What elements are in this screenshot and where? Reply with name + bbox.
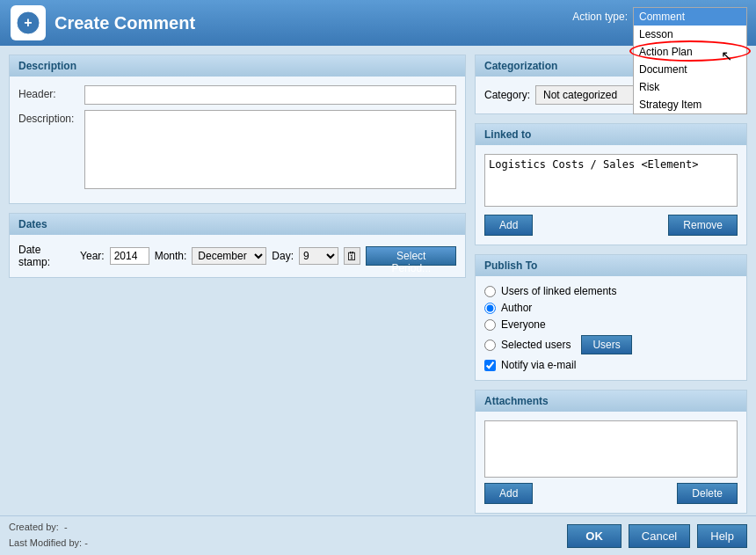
- main-content: Description Header: Description: Dates D…: [0, 46, 756, 515]
- radio-everyone-label: Everyone: [501, 318, 546, 331]
- month-label: Month:: [155, 250, 187, 262]
- dates-row: Date stamp: Year: Month: JanuaryFebruary…: [18, 244, 456, 268]
- last-modified-value: -: [84, 537, 88, 548]
- created-by-value: -: [62, 522, 68, 532]
- date-stamp-label: Date stamp:: [18, 244, 75, 268]
- radio-everyone-input[interactable]: [484, 319, 496, 331]
- svg-text:+: +: [24, 15, 32, 30]
- day-label: Day:: [272, 250, 294, 262]
- year-label: Year:: [80, 250, 105, 262]
- option-document[interactable]: Document: [634, 61, 746, 78]
- notify-checkbox[interactable]: [484, 360, 496, 371]
- attachments-body: Add Delete: [476, 412, 746, 513]
- radio-selected-users: Selected users Users: [484, 335, 738, 354]
- radio-selected-users-label: Selected users: [501, 339, 571, 351]
- select-period-button[interactable]: Select Period...: [366, 246, 456, 266]
- attachments-delete-button[interactable]: Delete: [677, 483, 738, 504]
- linked-to-section: Linked to Logistics Costs / Sales <Eleme…: [475, 123, 747, 245]
- radio-everyone: Everyone: [484, 318, 738, 331]
- month-select[interactable]: JanuaryFebruaryMarch AprilMayJune JulyAu…: [192, 247, 266, 265]
- attachments-section: Attachments Add Delete: [475, 390, 747, 514]
- created-by-label: Created by:: [9, 522, 59, 532]
- option-action-plan[interactable]: Action Plan: [634, 43, 746, 61]
- action-type-label: Action type:: [572, 11, 628, 23]
- attachments-header: Attachments: [476, 391, 746, 412]
- attachments-box: [484, 420, 738, 478]
- publish-to-body: Users of linked elements Author Everyone…: [476, 276, 746, 380]
- created-by-row: Created by: -: [9, 520, 88, 536]
- description-section: Description Header: Description:: [9, 55, 466, 204]
- radio-users-linked: Users of linked elements: [484, 285, 738, 297]
- header-field-row: Header:: [18, 85, 456, 105]
- linked-add-button[interactable]: Add: [484, 215, 533, 236]
- calendar-icon[interactable]: 🗓: [344, 247, 361, 265]
- option-risk[interactable]: Risk: [634, 78, 746, 96]
- dates-header: Dates: [10, 214, 465, 235]
- action-type-dropdown[interactable]: Comment Lesson Action Plan Document Risk…: [633, 7, 747, 114]
- action-type-area: Action type: Comment Lesson Action Plan …: [572, 7, 747, 114]
- description-label: Description:: [18, 110, 84, 125]
- attachments-add-button[interactable]: Add: [484, 483, 533, 504]
- last-modified-row: Last Modified by: -: [9, 536, 88, 551]
- publish-to-header: Publish To: [476, 255, 746, 276]
- description-body: Header: Description:: [10, 77, 465, 203]
- radio-users-linked-input[interactable]: [484, 286, 496, 297]
- app-header: + Create Comment Action type: Comment Le…: [0, 0, 756, 46]
- header-label: Header:: [18, 85, 84, 100]
- day-select[interactable]: 1234 5678 910: [299, 247, 338, 265]
- page-title: Create Comment: [55, 13, 195, 33]
- description-field-row: Description:: [18, 110, 456, 189]
- last-modified-label: Last Modified by:: [9, 537, 82, 548]
- option-lesson[interactable]: Lesson: [634, 26, 746, 43]
- left-panel: Description Header: Description: Dates D…: [9, 55, 466, 507]
- option-strategy-item[interactable]: Strategy Item: [634, 96, 746, 113]
- radio-author: Author: [484, 302, 738, 314]
- radio-users-linked-label: Users of linked elements: [501, 285, 616, 297]
- radio-selected-users-input[interactable]: [484, 340, 496, 351]
- users-button[interactable]: Users: [581, 335, 631, 354]
- footer-meta: Created by: - Last Modified by: -: [9, 520, 88, 551]
- category-label: Category:: [484, 89, 530, 101]
- footer: Created by: - Last Modified by: - OK Can…: [0, 515, 756, 555]
- linked-remove-button[interactable]: Remove: [668, 215, 738, 236]
- year-input[interactable]: [110, 247, 149, 265]
- linked-to-body: Logistics Costs / Sales <Element> Add Re…: [476, 145, 746, 245]
- dates-section: Dates Date stamp: Year: Month: JanuaryFe…: [9, 213, 466, 278]
- dates-body: Date stamp: Year: Month: JanuaryFebruary…: [10, 235, 465, 277]
- right-panel: Categorization Category: Not categorized…: [475, 55, 747, 507]
- radio-author-label: Author: [501, 302, 532, 314]
- footer-buttons: OK Cancel Help: [567, 524, 747, 548]
- linked-textarea: Logistics Costs / Sales <Element>: [484, 154, 738, 207]
- help-button[interactable]: Help: [697, 524, 747, 548]
- option-comment[interactable]: Comment: [634, 8, 746, 26]
- header-input[interactable]: [84, 85, 456, 105]
- linked-button-row: Add Remove: [484, 215, 738, 236]
- publish-to-section: Publish To Users of linked elements Auth…: [475, 254, 747, 381]
- description-header: Description: [10, 55, 465, 77]
- linked-to-header: Linked to: [476, 124, 746, 145]
- description-input[interactable]: [84, 110, 456, 189]
- notify-row: Notify via e-mail: [484, 359, 738, 371]
- app-icon: +: [11, 5, 46, 40]
- attachments-button-row: Add Delete: [484, 483, 738, 504]
- radio-author-input[interactable]: [484, 303, 496, 314]
- cancel-button[interactable]: Cancel: [629, 524, 690, 548]
- notify-label: Notify via e-mail: [501, 359, 576, 371]
- ok-button[interactable]: OK: [567, 524, 622, 548]
- action-type-dropdown-container: Comment Lesson Action Plan Document Risk…: [633, 7, 747, 114]
